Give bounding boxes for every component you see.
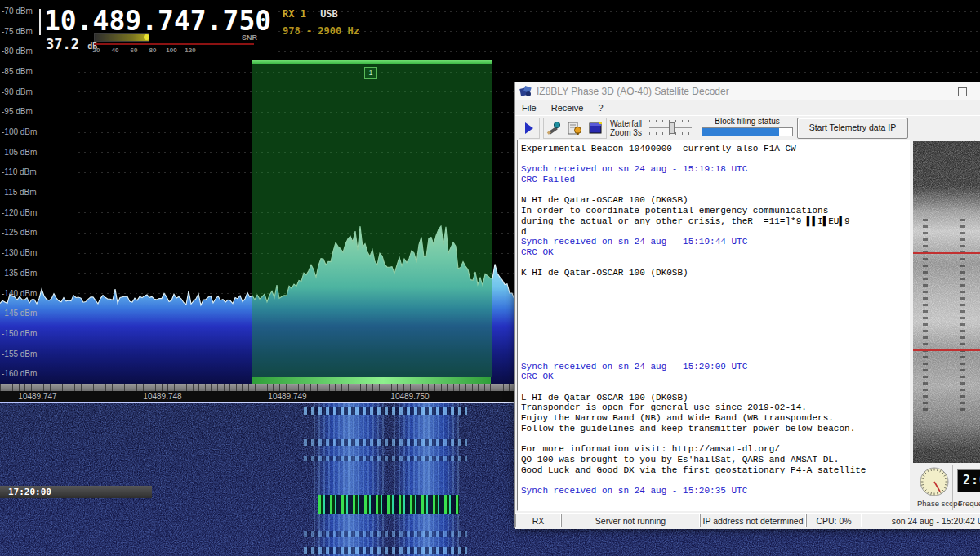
dbm-label: -100 dBm <box>2 127 37 136</box>
dbm-label: -85 dBm <box>2 67 33 76</box>
terminal-line: Synch received on sn 24 aug - 15:20:35 U… <box>521 486 907 496</box>
waterfall-data-burst <box>304 407 467 415</box>
ruler-ticks <box>0 384 516 391</box>
dbm-label: -135 dBm <box>2 269 37 278</box>
snr-scale-line <box>94 43 254 45</box>
snr-label: SNR <box>242 33 257 42</box>
terminal-line: N HI de Qatar-OSCAR 100 (DK0SB) <box>521 195 907 206</box>
terminal-line: Synch received on sn 24 aug - 15:19:44 U… <box>521 237 907 247</box>
waterfall-data-burst <box>304 456 467 461</box>
waterfall-separator <box>0 402 516 403</box>
menu-item[interactable]: File <box>522 103 537 113</box>
window-title: IZ8BLY Phase 3D (AO-40) Satellite Decode… <box>537 86 729 97</box>
terminal-line <box>521 320 907 331</box>
selection-bottom-bar <box>252 377 491 384</box>
start-decode-button[interactable] <box>519 118 540 139</box>
frequency-ruler[interactable] <box>0 384 516 391</box>
statusbar: RXServer not runningIP address not deter… <box>515 513 980 529</box>
terminal-line: Follow the guidelines and keep transmitt… <box>521 424 907 434</box>
decoder-window: IZ8BLY Phase 3D (AO-40) Satellite Decode… <box>514 82 980 528</box>
frequency-axis-label: 10489.748 <box>134 392 191 401</box>
terminal-line: CRC OK <box>521 371 907 382</box>
menu-item[interactable]: ? <box>598 103 603 113</box>
dbm-label: -150 dBm <box>2 329 37 338</box>
terminal-line <box>521 434 907 445</box>
status-cell: CPU: 0% <box>806 514 862 527</box>
telemetry-terminal[interactable]: Experimental Beacon 10490000 currently a… <box>517 140 910 511</box>
maximize-button[interactable] <box>950 85 974 98</box>
toolbar-icon-group <box>543 118 607 139</box>
waterfall-timestamp: 17:20:00 <box>0 486 152 498</box>
frequency-axis-label: 10489.749 <box>259 392 316 401</box>
rx-mode-block: RX 1 USB <box>283 8 338 20</box>
dbm-label: -90 dBm <box>2 87 33 96</box>
sync-marker-line <box>913 252 980 254</box>
telemetry-log-icon[interactable] <box>567 121 582 136</box>
menu-item[interactable]: Receive <box>551 103 584 113</box>
snr-meter-dot <box>144 34 149 40</box>
dbm-label: -145 dBm <box>2 309 37 318</box>
status-cell: RX <box>515 514 561 527</box>
terminal-line <box>521 185 907 196</box>
dbm-label: -105 dBm <box>2 148 37 157</box>
minimize-button[interactable]: ─ <box>917 85 942 98</box>
status-cell: IP address not determined <box>700 514 806 527</box>
phase-scope-gauge <box>919 466 950 497</box>
dbm-label: -120 dBm <box>2 208 37 217</box>
play-icon <box>525 122 533 134</box>
dbm-label: -125 dBm <box>2 228 37 237</box>
terminal-line <box>521 340 907 351</box>
frequency-axis-label: 10489.750 <box>381 392 439 401</box>
phase-scope-label: Phase scope <box>917 499 962 508</box>
waterfall-data-burst <box>304 547 467 554</box>
snr-tick: 100 <box>163 47 180 54</box>
menubar: FileReceive? <box>515 100 980 115</box>
snr-meter <box>94 33 149 42</box>
waterfall-window-icon[interactable] <box>588 121 604 136</box>
selection-top-bar <box>252 60 492 64</box>
terminal-line: d <box>521 227 907 238</box>
phase-waterfall-column <box>923 215 928 411</box>
mode-label[interactable]: USB <box>320 8 338 20</box>
dbm-label: -160 dBm <box>2 369 37 378</box>
start-telemetry-server-button[interactable]: Start Telemetry data IP Server <box>797 118 908 139</box>
terminal-line: Good Luck and Good DX via the first geos… <box>521 465 907 476</box>
terminal-line <box>521 278 907 289</box>
waterfall-zoom-label: Waterfall Zoom 3s <box>610 119 642 137</box>
dbm-label: -130 dBm <box>2 248 37 257</box>
sync-marker-line <box>913 349 980 351</box>
terminal-line: CRC OK <box>521 247 907 258</box>
waterfall-data-burst-green <box>318 495 459 514</box>
dbm-label: -110 dBm <box>2 167 37 176</box>
instrument-separator <box>952 465 953 510</box>
waterfall-data-burst <box>304 439 467 446</box>
snr-tick: 40 <box>107 47 123 54</box>
block-filling-progress-fill <box>702 128 779 136</box>
terminal-line: In order to coordinate potential emergen… <box>521 206 907 216</box>
terminal-line <box>521 289 907 300</box>
frequency-axis-label: 10489.747 <box>9 392 66 401</box>
frequency-caret <box>39 9 41 35</box>
titlebar: IZ8BLY Phase 3D (AO-40) Satellite Decode… <box>515 82 980 101</box>
instrument-row: Phase scope 2:0 Freque <box>911 463 980 513</box>
frequency-lcd: 2:0 <box>957 469 980 492</box>
dbm-label: -155 dBm <box>2 349 37 358</box>
terminal-line: Enjoy the Narrow Band (NB) and Wide Band… <box>521 413 907 424</box>
passband-label: 978 - 2900 Hz <box>283 25 359 37</box>
signal-phase-waterfall <box>913 141 980 463</box>
block-filling-progressbar <box>702 127 793 136</box>
status-cell: Server not running <box>561 514 700 527</box>
dbm-label: -70 dBm <box>2 7 33 16</box>
selection-badge[interactable]: 1 <box>364 67 377 79</box>
tune-pencil-icon[interactable] <box>546 121 562 136</box>
status-cell: sön 24 aug - 15:20:42 UTC <box>862 514 980 527</box>
frequency-display[interactable]: 10.489.747.750 <box>44 5 271 37</box>
terminal-line: during the actual or any other crisis, t… <box>521 216 907 227</box>
phase-waterfall-column <box>960 215 965 411</box>
terminal-line <box>521 309 907 320</box>
terminal-line <box>521 258 907 269</box>
snr-tick: 60 <box>126 47 142 54</box>
slider-ticks-bottom <box>649 132 692 135</box>
selection-region[interactable] <box>252 60 492 377</box>
waterfall-zoom-slider[interactable] <box>649 120 692 135</box>
